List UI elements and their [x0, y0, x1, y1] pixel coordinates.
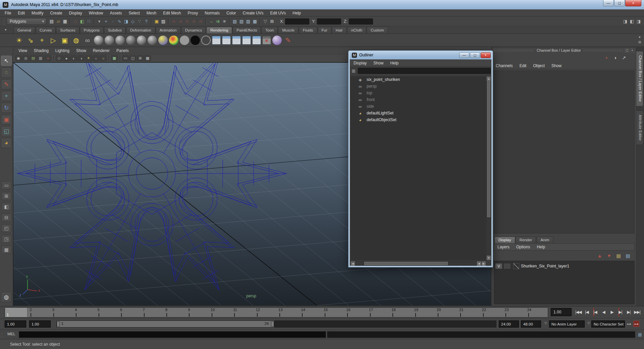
close-button[interactable]: × [625, 0, 641, 6]
snap-point-icon[interactable]: ∩ [184, 18, 191, 25]
menu-item-renderer[interactable]: Renderer [90, 47, 113, 54]
highlight-selection-icon[interactable]: ▨ [160, 18, 167, 25]
tab-rendering[interactable]: Rendering [206, 27, 232, 34]
menu-item-window[interactable]: Window [86, 9, 107, 17]
move-layer-down-icon[interactable]: ▼ [606, 252, 612, 259]
anim-key-icon[interactable]: ⊶ [626, 321, 632, 327]
field-entry-arrow-icon[interactable]: ▽ [262, 18, 269, 25]
toggle-channel-box-icon[interactable]: ◨ [635, 18, 642, 25]
frame-13[interactable]: 13 [276, 308, 299, 317]
play-forwards-button[interactable]: ▶ [608, 308, 616, 316]
layered-shader-icon[interactable] [158, 36, 168, 45]
menu-item-lighting[interactable]: Lighting [52, 47, 73, 54]
tab-animation[interactable]: Animation [156, 27, 181, 34]
frame-19[interactable]: 19 [412, 308, 435, 317]
move-layer-up-icon[interactable]: ▲ [596, 252, 603, 259]
ipr-render-shelf-icon[interactable] [222, 36, 231, 45]
menu-item-layers[interactable]: Layers [494, 243, 513, 251]
layout-persp-uv[interactable]: ◳ [1, 235, 11, 243]
shadows-icon[interactable]: ● [93, 55, 99, 61]
frame-17[interactable]: 17 [367, 308, 389, 317]
menu-item-edit[interactable]: Edit [14, 9, 28, 17]
mask-rendering-icon[interactable]: ? [143, 18, 150, 25]
auto-keyframe-icon[interactable]: ⊶ [633, 321, 639, 327]
current-frame-marker[interactable]: 1 [5, 308, 28, 317]
layer-name[interactable]: Shuriken_Six_Point_layer1 [521, 264, 569, 268]
shading-map-icon[interactable] [201, 36, 211, 45]
point-light-icon[interactable]: + [37, 35, 47, 45]
frame-10[interactable]: 10 [209, 308, 231, 317]
menu-item-edit-uvs[interactable]: Edit UVs [267, 9, 289, 17]
ramp-shader-icon[interactable] [169, 36, 178, 45]
gate-mask-icon[interactable]: ◫ [129, 55, 136, 61]
status-line-grip[interactable] [3, 18, 5, 25]
title-bar[interactable]: M Autodesk Maya 2011 x64: D:\1ST\Shurike… [0, 0, 644, 9]
lambert-material-icon[interactable] [126, 36, 136, 45]
menu-item-mesh[interactable]: Mesh [143, 9, 160, 17]
snap-view-plane-icon[interactable]: ∩ [191, 18, 197, 25]
menu-item-display[interactable]: Display [65, 9, 85, 17]
outliner-item-defaultlightset[interactable]: ◕defaultLightSet [351, 110, 486, 116]
frame-2[interactable]: 2 [28, 308, 50, 317]
manipulator-icon[interactable]: + [603, 54, 610, 61]
frame-4[interactable]: 4 [73, 308, 95, 317]
menu-item-show[interactable]: Show [73, 47, 90, 54]
shelf-selector-arrow-icon[interactable]: ▼ [637, 35, 643, 40]
soft-modification-tool[interactable]: ◕ [1, 138, 12, 148]
outliner-item-persp[interactable]: ∞persp [351, 83, 486, 90]
frame-21[interactable]: 21 [457, 308, 480, 317]
tab-ncloth[interactable]: nCloth [347, 27, 366, 34]
contrast-icon[interactable]: ◑ [612, 54, 619, 61]
animation-start-field[interactable]: 1.00 [5, 320, 26, 328]
scroll-down-icon[interactable]: ▼ [487, 256, 491, 260]
move-tool[interactable]: + [1, 91, 12, 101]
blinn-material-icon[interactable] [115, 36, 125, 45]
range-start-handle[interactable] [57, 321, 60, 327]
mask-points-icon[interactable]: + [103, 18, 109, 25]
mask-surfaces-icon[interactable]: ◨ [123, 18, 129, 25]
scrollbar-thumb[interactable] [364, 262, 448, 265]
directional-light-icon[interactable]: ⇘ [25, 35, 36, 45]
toggle-attribute-editor-icon[interactable]: ◨ [622, 18, 629, 25]
frame-8[interactable]: 8 [163, 308, 186, 317]
universal-manipulator-tool[interactable]: ◱ [1, 126, 12, 136]
lasso-select-tool[interactable]: ◌ [1, 67, 12, 78]
tab-fluids[interactable]: Fluids [299, 27, 317, 34]
isolate-select-icon[interactable]: ▦ [111, 55, 118, 61]
outliner-item-front[interactable]: ∞front [351, 96, 486, 103]
outliner-item-side[interactable]: ∞side [351, 103, 486, 110]
step-back-frame-button[interactable]: |◀ [583, 308, 591, 316]
paint-effects-icon[interactable]: ✎ [283, 35, 293, 45]
field-chart-icon[interactable]: ⊞ [137, 55, 144, 61]
scroll-up-icon[interactable]: ▲ [487, 77, 491, 81]
selection-mask-arrow-icon[interactable]: ▾ [96, 18, 103, 25]
menu-item-shading[interactable]: Shading [31, 47, 52, 54]
range-end-handle[interactable] [271, 321, 274, 327]
render-camera-icon[interactable]: ∞ [83, 35, 93, 45]
time-slider[interactable]: 123456789101112131415161718192021222324 [5, 307, 548, 317]
menu-item-object[interactable]: Object [530, 62, 548, 69]
tab-polygons[interactable]: Polygons [80, 27, 104, 34]
snap-curve-icon[interactable]: ∩ [177, 18, 184, 25]
step-back-key-button[interactable]: |◀ [591, 308, 599, 316]
menu-item-show[interactable]: Show [370, 59, 387, 67]
close-panel-icon[interactable]: × [630, 48, 635, 53]
frame-24[interactable]: 24 [525, 308, 548, 317]
render-settings-icon[interactable]: ▩ [252, 18, 258, 25]
frame-16[interactable]: 16 [344, 308, 367, 317]
playback-end-field[interactable]: 24.00 [499, 320, 519, 328]
layout-multi-pane[interactable]: ▦ [1, 246, 11, 254]
tab-painteffects[interactable]: PaintEffects [232, 27, 261, 34]
frame-9[interactable]: 9 [186, 308, 208, 317]
go-to-start-button[interactable]: |◀◀ [574, 308, 583, 316]
y-field[interactable] [317, 18, 341, 24]
float-panel-icon[interactable]: ◻ [625, 48, 629, 53]
menu-item-edit-mesh[interactable]: Edit Mesh [160, 9, 184, 17]
range-slider-track[interactable]: 1 24 [56, 320, 496, 328]
render-layers-disabled-icon[interactable] [262, 36, 271, 45]
frame-3[interactable]: 3 [50, 308, 73, 317]
outliner-item-defaultobjectset[interactable]: ◕defaultObjectSet [351, 116, 486, 123]
shaded-wireframe-icon[interactable]: ◐ [70, 55, 77, 61]
bookmarks-icon[interactable]: ▤ [30, 55, 37, 61]
select-object-icon[interactable]: ◧ [79, 18, 86, 25]
